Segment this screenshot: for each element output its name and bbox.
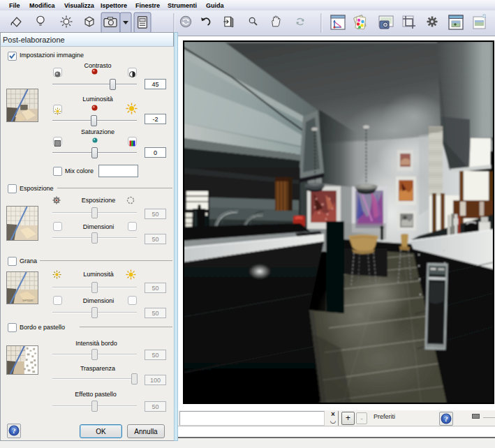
svg-text:?: ?: [12, 426, 16, 435]
svg-text:version: version: [22, 299, 34, 302]
svg-text:?: ?: [444, 415, 448, 423]
